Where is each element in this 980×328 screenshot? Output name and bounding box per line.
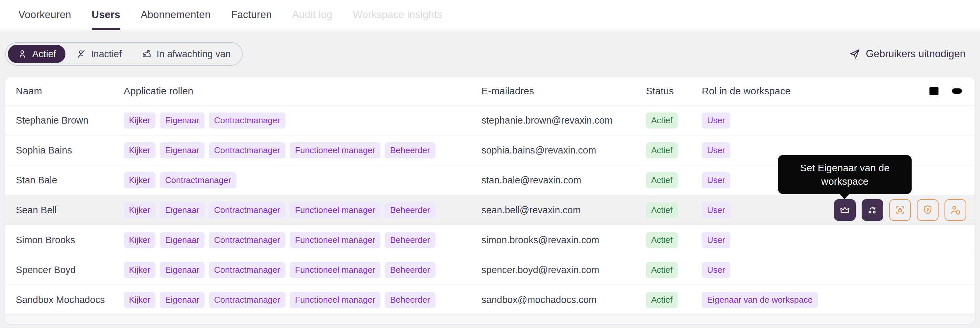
workspace-role-cell: User [702,232,919,248]
columns-icon[interactable] [928,84,940,98]
application-roles-cell: KijkerEigenaarContractmanagerFunctioneel… [124,142,482,158]
workspace-role-badge: User [702,202,730,218]
nav-item-label: Facturen [231,9,272,21]
table-row[interactable]: Stephanie Brown KijkerEigenaarContractma… [5,105,975,135]
table-footer [5,315,975,324]
nav-item-voorkeuren[interactable]: Voorkeuren [18,0,72,30]
invite-users-button[interactable]: Gebruikers uitnodigen [849,48,966,60]
lock-user-button[interactable] [889,199,911,221]
application-role-badge: Kijker [124,292,156,308]
transfer-button[interactable] [862,199,883,221]
application-roles-cell: KijkerEigenaarContractmanagerFunctioneel… [124,202,482,218]
nav-item-label: Users [92,9,120,21]
application-role-badge: Eigenaar [160,232,205,248]
top-nav: Voorkeuren Users Abonnementen Facturen A… [0,0,980,30]
user-name: Stan Bale [16,175,57,186]
workspace-role-cell: Eigenaar van de workspace [702,292,919,308]
user-name: Sandbox Mochadocs [16,295,105,305]
mailbox-icon [142,49,152,59]
user-name-cell: Sophia Bains [5,145,124,156]
table-row[interactable]: Spencer Boyd KijkerEigenaarContractmanag… [5,255,975,285]
application-roles-cell: KijkerEigenaarContractmanagerFunctioneel… [124,232,482,248]
application-role-badge: Contractmanager [209,262,285,278]
crown-icon [839,204,851,216]
user-shield-icon [950,204,961,216]
column-header-email: E-mailadres [482,86,646,97]
table-header-row: Naam Applicatie rollen E-mailadres Statu… [5,77,975,105]
filter-tab-actief[interactable]: Actief [8,45,65,63]
nav-item-label: Abonnementen [141,9,211,21]
workspace-role-badge: Eigenaar van de workspace [702,292,818,308]
sort-icon[interactable] [104,86,114,96]
application-roles-cell: KijkerContractmanager [124,172,482,188]
status-badge: Actief [646,202,678,218]
nav-item-label: Audit log [292,9,332,21]
user-email: simon.brooks@revaxin.com [482,235,646,246]
table-row[interactable]: Sean Bell KijkerEigenaarContractmanagerF… [5,195,975,225]
set-workspace-owner-button[interactable] [834,199,856,221]
table-row[interactable]: Sandbox Mochadocs KijkerEigenaarContract… [5,285,975,315]
application-role-badge: Functioneel manager [290,292,380,308]
status-cell: Actief [646,172,702,188]
user-permissions-button[interactable] [945,199,966,221]
user-email: stan.bale@revaxin.com [482,175,646,186]
security-button[interactable] [917,199,939,221]
application-role-badge: Beheerder [385,142,435,158]
send-icon [849,48,861,60]
nav-item-users[interactable]: Users [92,0,120,30]
workspace-role-badge: User [702,232,730,248]
application-role-badge: Beheerder [385,202,435,218]
application-role-badge: Contractmanager [209,113,285,128]
nav-item-workspace-insights: Workspace insights [353,0,442,30]
workspace-role-cell: User [702,262,919,278]
user-name-cell: Stephanie Brown [5,115,124,126]
user-email: sandbox@mochadocs.com [482,295,646,305]
filter-tab-label: In afwachting van [156,49,231,60]
application-roles-cell: KijkerEigenaarContractmanagerFunctioneel… [124,262,482,278]
application-role-badge: Kijker [124,262,156,278]
application-role-badge: Eigenaar [160,292,205,308]
user-name: Sophia Bains [16,145,72,156]
application-role-badge: Eigenaar [160,142,205,158]
tooltip: Set Eigenaar van de workspace [778,155,912,194]
status-badge: Actief [646,292,678,308]
workspace-role-cell: User [702,113,919,128]
user-name-cell: Sean Bell [5,205,124,215]
filter-tab-in-afwachting-van[interactable]: In afwachting van [132,45,240,63]
invite-users-label: Gebruikers uitnodigen [866,48,966,60]
nav-item-abonnementen[interactable]: Abonnementen [141,0,211,30]
shield-icon [922,204,934,216]
application-role-badge: Kijker [124,113,156,128]
application-role-badge: Functioneel manager [290,202,380,218]
application-role-badge: Eigenaar [160,262,205,278]
toggle-icon[interactable] [950,84,964,98]
filter-tab-label: Inactief [91,49,122,60]
user-icon [17,49,28,59]
status-filter-group: Actief Inactief In afwachting van [5,42,243,66]
swap-icon [867,204,878,216]
users-table-card: Naam Applicatie rollen E-mailadres Statu… [5,77,975,324]
user-name-cell: Simon Brooks [5,235,124,246]
user-name: Sean Bell [16,205,57,215]
application-role-badge: Functioneel manager [290,232,380,248]
user-name-cell: Spencer Boyd [5,265,124,276]
column-header-name-label: Naam [16,86,42,97]
filter-row: Actief Inactief In afwachting van Gebrui… [5,42,975,66]
status-badge: Actief [646,113,678,128]
user-name-cell: Stan Bale [5,175,124,186]
user-name-cell: Sandbox Mochadocs [5,295,124,305]
status-badge: Actief [646,262,678,278]
nav-item-facturen[interactable]: Facturen [231,0,272,30]
application-roles-cell: KijkerEigenaarContractmanager [124,113,482,128]
filter-tab-inactief[interactable]: Inactief [67,45,131,63]
user-name: Stephanie Brown [16,115,89,126]
user-email: sean.bell@revaxin.com [482,205,646,215]
status-badge: Actief [646,142,678,158]
user-email: spencer.boyd@revaxin.com [482,265,646,276]
table-body: Stephanie Brown KijkerEigenaarContractma… [5,105,975,315]
application-role-badge: Contractmanager [209,292,285,308]
workspace-role-badge: User [702,172,730,188]
application-roles-cell: KijkerEigenaarContractmanagerFunctioneel… [124,292,482,308]
status-badge: Actief [646,172,678,188]
table-row[interactable]: Simon Brooks KijkerEigenaarContractmanag… [5,225,975,255]
